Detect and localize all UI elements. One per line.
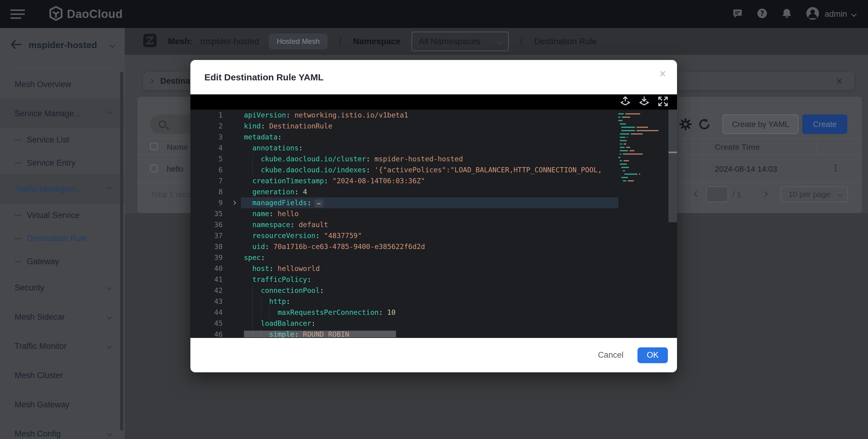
help-icon[interactable]: ? [756, 8, 768, 20]
sidebar-item-service-manage[interactable]: Service Manage... [0, 99, 125, 128]
indent-guide [244, 230, 252, 241]
token: ckube.daocloud.io/indexes [261, 166, 366, 174]
menu-icon[interactable] [10, 7, 26, 21]
code-area[interactable]: 1apiVersion: networking.istio.io/v1beta1… [190, 110, 618, 338]
line-number: 38 [190, 241, 227, 252]
code-line-41[interactable]: 41 trafficPolicy: [190, 274, 618, 285]
sidebar-item-mesh-gateway[interactable]: Mesh Gateway [0, 390, 125, 419]
edit-yaml-dialog: Edit Destination Rule YAML × 1apiVersion… [190, 60, 677, 372]
sidebar-item-mesh-config[interactable]: Mesh Config [0, 419, 125, 439]
scrollbar-thumb[interactable] [669, 110, 677, 222]
sidebar-item-gateway[interactable]: Gateway [0, 250, 125, 273]
sidebar-item-security[interactable]: Security [0, 273, 125, 302]
line-number: 46 [190, 329, 227, 338]
close-icon[interactable]: × [659, 68, 666, 80]
minimap-bar [623, 153, 643, 155]
line-number: 36 [190, 219, 227, 230]
minimap-line [618, 162, 669, 166]
code-line-4[interactable]: 4 annotations: [190, 143, 618, 153]
code-line-5[interactable]: 5 ckube.daocloud.io/cluster: mspider-hos… [190, 153, 618, 165]
dash-icon [14, 140, 21, 140]
chevron-right-icon[interactable] [149, 79, 154, 84]
chevron-up-icon [107, 111, 112, 116]
code-line-36[interactable]: 36 namespace: default [190, 219, 618, 230]
minimap-line [618, 146, 669, 149]
create-button[interactable]: Create [802, 114, 847, 134]
prev-page-icon[interactable] [694, 191, 700, 197]
sidebar-item-traffic-managem[interactable]: Traffic Managem... [0, 174, 125, 204]
code-line-39[interactable]: 39spec: [190, 252, 618, 263]
row-actions-icon[interactable] [832, 165, 839, 172]
fold-gutter [227, 110, 241, 121]
yaml-editor[interactable]: 1apiVersion: networking.istio.io/v1beta1… [190, 110, 677, 338]
sidebar-item-service-list[interactable]: Service List [0, 128, 125, 151]
code-line-1[interactable]: 1apiVersion: networking.istio.io/v1beta1 [190, 110, 618, 121]
code-line-40[interactable]: 40 host: helloworld [190, 263, 618, 274]
token: : [379, 309, 387, 316]
create-by-yaml-button[interactable]: Create by YAML [723, 114, 799, 134]
code-line-7[interactable]: 7 creationTimestamp: "2024-08-14T06:03:3… [190, 175, 618, 186]
minimap-line [618, 166, 669, 169]
chevron-down-icon[interactable] [110, 42, 115, 48]
editor-scrollbar[interactable] [669, 110, 677, 338]
next-page-icon[interactable] [762, 191, 768, 197]
token: : [261, 122, 269, 130]
back-arrow-icon[interactable] [10, 39, 22, 51]
namespace-select[interactable]: All Namespaces [411, 32, 509, 51]
table-cell-name[interactable]: hello [167, 165, 183, 174]
gear-icon[interactable] [679, 118, 692, 131]
code-text: ckube.daocloud.io/cluster: mspider-hoste… [241, 153, 618, 165]
indent-guide [244, 197, 252, 208]
code-line-37[interactable]: 37 resourceVersion: "4837759" [190, 230, 618, 241]
minimap-bar [623, 143, 626, 145]
sidebar-item-mesh-sidecar[interactable]: Mesh Sidecar [0, 302, 125, 331]
code-text: name: hello [241, 208, 618, 219]
code-line-42[interactable]: 42 connectionPool: [190, 285, 618, 296]
horizontal-scrollbar-thumb[interactable] [244, 331, 396, 337]
minimap[interactable] [618, 110, 669, 338]
sidebar-item-mesh-cluster[interactable]: Mesh Cluster [0, 361, 125, 390]
column-divider [685, 139, 685, 155]
code-line-3[interactable]: 3metadata: [190, 131, 618, 143]
page-number-input[interactable]: 1 [706, 186, 728, 202]
code-line-8[interactable]: 8 generation: 4 [190, 186, 618, 197]
sidebar-item-traffic-monitor[interactable]: Traffic Monitor [0, 331, 125, 361]
folded-code-marker[interactable]: ⋯ [314, 199, 323, 207]
code-line-43[interactable]: 43 http: [190, 296, 618, 307]
refresh-icon[interactable] [698, 118, 711, 131]
token: trafficPolicy [252, 275, 307, 284]
fold-gutter [227, 186, 241, 197]
upload-icon[interactable] [620, 96, 631, 108]
page-size-select[interactable]: 10 per page [780, 186, 848, 202]
cancel-button[interactable]: Cancel [598, 350, 623, 360]
sidebar-scrollbar[interactable] [120, 71, 123, 431]
code-line-9[interactable]: 9 managedFields:⋯ [190, 197, 618, 208]
ok-button[interactable]: OK [638, 347, 668, 363]
fold-gutter[interactable] [227, 197, 241, 208]
sidebar-item-service-entry[interactable]: Service Entry [0, 151, 125, 174]
fullscreen-icon[interactable] [657, 96, 669, 108]
code-text: annotations: [241, 143, 618, 153]
bell-icon[interactable] [781, 8, 792, 20]
chat-icon[interactable] [732, 8, 743, 20]
code-line-2[interactable]: 2kind: DestinationRule [190, 121, 618, 131]
token: : [320, 287, 324, 294]
code-line-45[interactable]: 45 loadBalancer: [190, 318, 618, 329]
sidebar-item-destination-rule[interactable]: Destination Rule [0, 227, 125, 250]
user-menu[interactable]: admin [806, 6, 856, 22]
code-line-44[interactable]: 44 maxRequestsPerConnection: 10 [190, 307, 618, 318]
download-icon[interactable] [639, 96, 650, 108]
row-checkbox[interactable] [150, 165, 158, 172]
token: ckube.daocloud.io/cluster [261, 155, 366, 163]
column-header-name[interactable]: Name [167, 143, 188, 152]
column-header-create-time[interactable]: Create Time [715, 143, 760, 152]
code-line-35[interactable]: 35 name: hello [190, 208, 618, 219]
select-all-checkbox[interactable] [150, 143, 158, 150]
sidebar-item-mesh-overview[interactable]: Mesh Overview [0, 70, 125, 99]
token: 70a1716b-ce63-4785-9400-e385622f6d2d [273, 243, 425, 251]
code-line-6[interactable]: 6 ckube.daocloud.io/indexes: '{"activePo… [190, 165, 618, 175]
sidebar-item-virtual-service[interactable]: Virtual Service [0, 204, 125, 227]
code-line-38[interactable]: 38 uid: 70a1716b-ce63-4785-9400-e385622f… [190, 241, 618, 252]
sidebar-item-label: Service List [27, 135, 69, 145]
close-icon[interactable]: × [836, 75, 842, 88]
